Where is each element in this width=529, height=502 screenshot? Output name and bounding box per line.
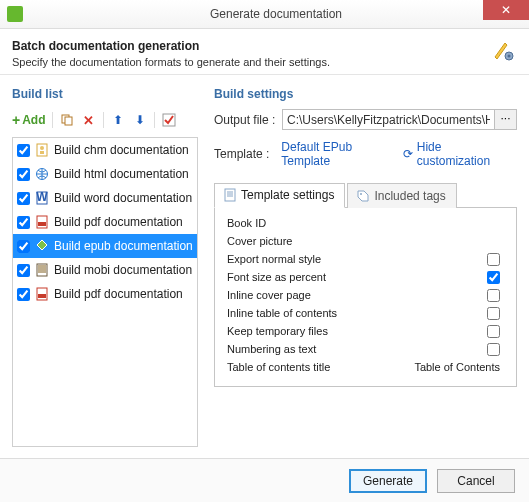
hide-customization-label: Hide customization [417,140,517,168]
list-item[interactable]: Build html documentation [13,162,197,186]
duplicate-icon [60,113,74,127]
refresh-icon: ⟳ [403,147,413,161]
item-checkbox[interactable] [17,288,30,301]
setting-checkbox[interactable] [487,271,500,284]
build-list[interactable]: Build chm documentationBuild html docume… [12,137,198,447]
app-icon [7,6,23,22]
setting-label: Keep temporary files [225,325,487,337]
wizard-icon [491,39,515,63]
item-checkbox[interactable] [17,240,30,253]
epub-icon [35,239,49,253]
cancel-button[interactable]: Cancel [437,469,515,493]
list-item[interactable]: Build chm documentation [13,138,197,162]
titlebar: Generate documentation ✕ [0,0,529,29]
divider [0,74,529,75]
svg-rect-18 [225,189,235,201]
check-icon [162,113,176,127]
svg-rect-4 [65,117,72,125]
build-list-toolbar: + Add ✕ ⬆ ⬇ [12,109,198,131]
header-subtitle: Specify the documentation formats to gen… [12,56,517,68]
hide-customization-link[interactable]: ⟳ Hide customization [403,140,517,168]
add-label: Add [22,113,45,127]
dialog-footer: Generate Cancel [0,458,529,502]
list-item[interactable]: Build epub documentation [13,234,197,258]
build-list-heading: Build list [12,87,198,101]
mobi-icon [35,263,49,277]
setting-checkbox[interactable] [487,325,500,338]
separator [154,112,155,128]
item-label: Build epub documentation [54,239,193,253]
setting-checkbox[interactable] [487,289,500,302]
template-label: Template : [214,147,281,161]
item-checkbox[interactable] [17,192,30,205]
output-file-input[interactable] [282,109,495,130]
setting-row: Inline cover page [225,286,506,304]
plus-icon: + [12,114,20,126]
setting-row: Cover picture [225,232,506,250]
template-icon [223,188,237,202]
svg-rect-8 [40,151,44,154]
tab-template-settings[interactable]: Template settings [214,183,345,208]
item-label: Build word documentation [54,191,192,205]
add-button[interactable]: + Add [12,113,46,127]
setting-row: Font size as percent [225,268,506,286]
tags-icon [356,189,370,203]
template-settings-panel: Book IDCover pictureExport normal styleF… [214,208,517,387]
separator [103,112,104,128]
item-checkbox[interactable] [17,144,30,157]
setting-label: Font size as percent [225,271,487,283]
setting-checkbox[interactable] [487,307,500,320]
setting-label: Cover picture [225,235,506,247]
separator [52,112,53,128]
header-title: Batch documentation generation [12,39,517,53]
move-down-button[interactable]: ⬇ [132,112,148,128]
setting-label: Inline table of contents [225,307,487,319]
list-item[interactable]: Build pdf documentation [13,210,197,234]
arrow-down-icon: ⬇ [135,113,145,127]
setting-label: Table of contents title [225,361,414,373]
move-up-button[interactable]: ⬆ [110,112,126,128]
chm-icon [35,143,49,157]
arrow-up-icon: ⬆ [113,113,123,127]
pdf-icon [35,215,49,229]
item-checkbox[interactable] [17,168,30,181]
template-link[interactable]: Default EPub Template [281,140,402,168]
delete-button[interactable]: ✕ [81,112,97,128]
item-checkbox[interactable] [17,264,30,277]
setting-checkbox[interactable] [487,343,500,356]
build-settings-heading: Build settings [214,87,517,101]
tab-included-tags[interactable]: Included tags [347,183,456,208]
svg-text:W: W [36,191,48,204]
check-all-button[interactable] [161,112,177,128]
close-button[interactable]: ✕ [483,0,529,20]
item-label: Build chm documentation [54,143,189,157]
svg-point-22 [360,193,362,195]
list-item[interactable]: Build mobi documentation [13,258,197,282]
setting-row: Keep temporary files [225,322,506,340]
svg-point-7 [40,146,44,150]
svg-point-2 [508,55,511,58]
generate-button[interactable]: Generate [349,469,427,493]
setting-checkbox[interactable] [487,253,500,266]
list-item[interactable]: Build pdf documentation [13,282,197,306]
svg-rect-17 [38,294,46,298]
setting-row: Inline table of contents [225,304,506,322]
svg-rect-13 [38,222,46,226]
setting-row: Numbering as text [225,340,506,358]
setting-row: Table of contents titleTable of Contents [225,358,506,376]
duplicate-button[interactable] [59,112,75,128]
setting-row: Book ID [225,214,506,232]
item-label: Build pdf documentation [54,287,183,301]
settings-tabs: Template settings Included tags [214,182,517,208]
setting-label: Book ID [225,217,506,229]
list-item[interactable]: WBuild word documentation [13,186,197,210]
setting-value: Table of Contents [414,361,506,373]
window-title: Generate documentation [23,7,529,21]
tab-label: Template settings [241,188,334,202]
browse-button[interactable]: ··· [495,109,517,130]
html-icon [35,167,49,181]
item-checkbox[interactable] [17,216,30,229]
delete-icon: ✕ [83,113,94,128]
item-label: Build html documentation [54,167,189,181]
header: Batch documentation generation Specify t… [0,29,529,74]
